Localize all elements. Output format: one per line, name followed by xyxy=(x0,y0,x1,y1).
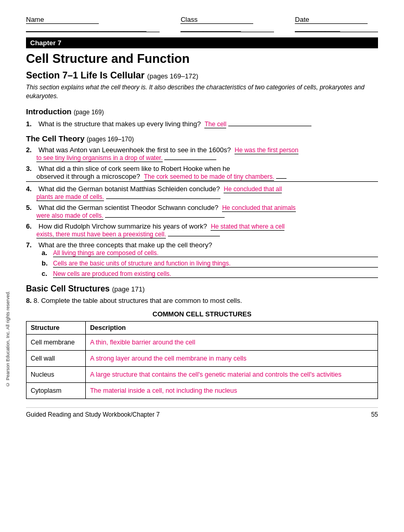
table-title: COMMON CELL STRUCTURES xyxy=(26,310,378,318)
section-description: This section explains what the cell theo… xyxy=(26,83,378,101)
cell-membrane-label: Cell membrane xyxy=(27,334,86,350)
q1-num: 1. xyxy=(26,119,36,129)
col-structure: Structure xyxy=(27,321,86,334)
table-row: Cytoplasm The material inside a cell, no… xyxy=(27,382,378,398)
table-row: Cell membrane A thin, flexible barrier a… xyxy=(27,334,378,350)
nucleus-desc: A large structure that contains the cell… xyxy=(86,366,378,382)
question-4: 4. What did the German botanist Matthias… xyxy=(26,185,378,201)
q7-answer-a: All living things are composed of cells. xyxy=(53,249,378,257)
q7-text: What are the three concepts that make up… xyxy=(38,241,212,249)
class-field: Class ________________ xyxy=(180,16,274,32)
q4-answer-line2: plants are made of cells. xyxy=(36,193,104,201)
name-label: Name xyxy=(26,16,99,24)
subsection-introduction: Introduction (page 169) xyxy=(26,107,378,116)
q7-answer-b: Cells are the basic units of structure a… xyxy=(53,260,378,268)
question-2: 2. What was Anton van Leeuwenhoek the fi… xyxy=(26,146,378,162)
header: Name________________________________ Cla… xyxy=(26,16,378,32)
table-row: Cell wall A strong layer around the cell… xyxy=(27,350,378,366)
q8-num: 8. xyxy=(26,297,32,304)
date-label: Date xyxy=(295,16,368,24)
q7-item-b: b. Cells are the basic units of structur… xyxy=(42,259,378,268)
q2-answer-line1: He was the first person xyxy=(234,147,298,154)
q6-num: 6. xyxy=(26,222,36,230)
q7-item-c: c. New cells are produced from existing … xyxy=(42,270,378,278)
basic-structures-title: Basic Cell Structures (page 171) xyxy=(26,284,378,294)
q2-answer-line2: to see tiny living organisms in a drop o… xyxy=(36,154,163,162)
chapter-label: Chapter 7 xyxy=(30,39,61,47)
cytoplasm-desc: The material inside a cell, not includin… xyxy=(86,382,378,398)
footer: Guided Reading and Study Workbook/Chapte… xyxy=(26,407,378,418)
q7-item-a: a. All living things are composed of cel… xyxy=(42,249,378,257)
main-title: Cell Structure and Function xyxy=(26,51,378,66)
question-6: 6. How did Rudolph Virchow summarize his… xyxy=(26,222,378,238)
q5-num: 5. xyxy=(26,204,36,211)
section-pages: (pages 169–172) xyxy=(147,72,198,80)
q4-text: What did the German botanist Matthias Sc… xyxy=(38,185,282,193)
q1-answer: The cell xyxy=(204,121,226,128)
q4-num: 4. xyxy=(26,185,36,193)
q5-text: What did the German scientist Theodor Sc… xyxy=(38,204,296,211)
class-label: Class xyxy=(180,16,253,24)
q2-text: What was Anton van Leeuwenhoek the first… xyxy=(38,146,298,154)
name-field: Name________________________________ xyxy=(26,16,160,32)
q5-answer-line2: were also made of cells. xyxy=(36,212,103,220)
q3-num: 3. xyxy=(26,165,36,172)
footer-right: 55 xyxy=(371,411,378,418)
q2-num: 2. xyxy=(26,146,36,154)
common-cell-structures-table: Structure Description Cell membrane A th… xyxy=(26,321,378,399)
subsection-cell-theory: The Cell Theory (pages 169–170) xyxy=(26,134,378,143)
cell-wall-desc: A strong layer around the cell membrane … xyxy=(86,350,378,366)
question-1: 1. What is the structure that makes up e… xyxy=(26,119,378,129)
cytoplasm-label: Cytoplasm xyxy=(27,382,86,398)
chapter-bar: Chapter 7 xyxy=(26,37,378,48)
basic-structures-pages: (page 171) xyxy=(112,285,145,293)
question-5: 5. What did the German scientist Theodor… xyxy=(26,204,378,219)
q1-content: What is the structure that makes up ever… xyxy=(38,119,378,129)
date-field: Date ____________ xyxy=(295,16,378,32)
q8-intro: 8. 8. Complete the table about structure… xyxy=(26,296,378,306)
q5-answer-line1: He concluded that animals xyxy=(222,204,295,212)
q6-answer-line1: He stated that where a cell xyxy=(211,223,284,231)
q4-answer-line1: He concluded that all xyxy=(224,185,282,193)
q6-answer-line2: exists, there must have been a preexisti… xyxy=(36,231,166,238)
q3-text: What did a thin slice of cork seem like … xyxy=(38,165,230,172)
col-description: Description xyxy=(86,321,378,334)
q6-text: How did Rudolph Virchow summarize his ye… xyxy=(38,222,284,230)
q7-answer-c: New cells are produced from existing cel… xyxy=(53,270,378,278)
question-3: 3. What did a thin slice of cork seem li… xyxy=(26,165,378,182)
nucleus-label: Nucleus xyxy=(27,366,86,382)
q3-answer: The cork seemed to be made of tiny chamb… xyxy=(144,173,275,181)
copyright-side-text: © Pearson Education, Inc. All rights res… xyxy=(5,291,10,387)
q7-num: 7. xyxy=(26,241,36,249)
cell-membrane-desc: A thin, flexible barrier around the cell xyxy=(86,334,378,350)
footer-left: Guided Reading and Study Workbook/Chapte… xyxy=(26,411,160,418)
table-row: Nucleus A large structure that contains … xyxy=(27,366,378,382)
section-title: Section 7–1 Life Is Cellular (pages 169–… xyxy=(26,70,378,81)
question-7: 7. What are the three concepts that make… xyxy=(26,241,378,278)
cell-wall-label: Cell wall xyxy=(27,350,86,366)
